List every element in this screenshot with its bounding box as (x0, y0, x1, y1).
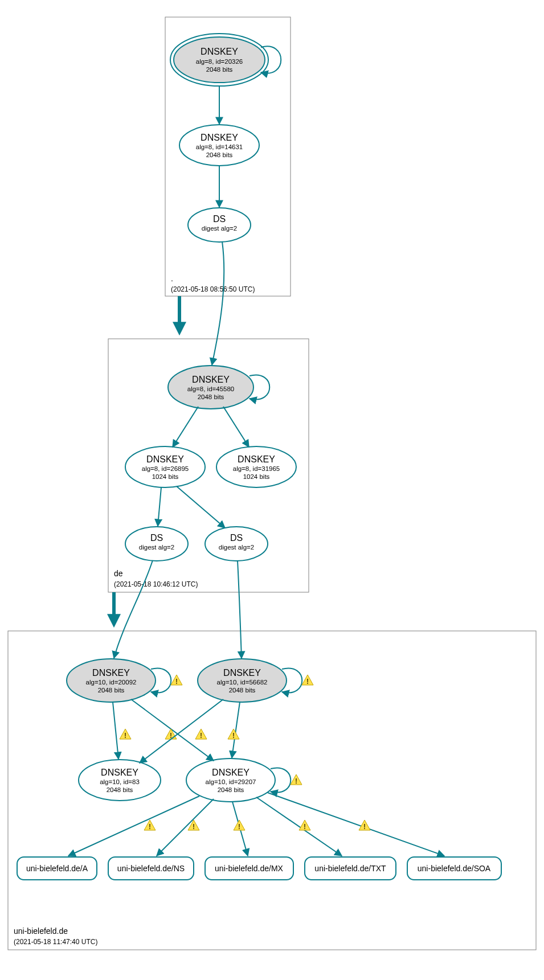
svg-text:DNSKEY: DNSKEY (192, 375, 230, 384)
svg-text:2048 bits: 2048 bits (206, 151, 233, 158)
svg-text:1024 bits: 1024 bits (152, 473, 179, 480)
svg-text:DNSKEY: DNSKEY (201, 47, 238, 56)
svg-text:uni-bielefeld.de/A: uni-bielefeld.de/A (26, 864, 88, 873)
node-de-zsk1: DNSKEY alg=8, id=26895 1024 bits (125, 446, 205, 487)
rr-txt: uni-bielefeld.de/TXT (305, 857, 396, 880)
dnssec-diagram: ! . (2021-05-18 08:56:50 UTC) DNSKEY alg… (0, 0, 544, 980)
warn-icon (195, 729, 207, 740)
node-ub-ksk1: DNSKEY alg=10, id=20092 2048 bits (67, 659, 156, 702)
svg-text:alg=8, id=14631: alg=8, id=14631 (196, 143, 243, 150)
svg-text:uni-bielefeld.de/MX: uni-bielefeld.de/MX (215, 864, 284, 873)
node-ub-zsk2: DNSKEY alg=10, id=29207 2048 bits (186, 758, 275, 802)
edge-zsk2-a (68, 796, 199, 856)
svg-text:2048 bits: 2048 bits (98, 687, 125, 694)
node-de-ds2: DS digest alg=2 (205, 527, 268, 561)
warn-icon (171, 675, 182, 686)
svg-text:alg=8, id=26895: alg=8, id=26895 (142, 465, 189, 472)
svg-text:digest alg=2: digest alg=2 (202, 225, 237, 232)
svg-text:alg=8, id=20326: alg=8, id=20326 (196, 58, 243, 65)
svg-text:alg=8, id=45580: alg=8, id=45580 (187, 386, 235, 392)
node-ub-ksk2: DNSKEY alg=10, id=56682 2048 bits (198, 659, 287, 702)
svg-text:1024 bits: 1024 bits (243, 473, 270, 480)
warn-icon (291, 774, 302, 785)
svg-text:2048 bits: 2048 bits (218, 786, 244, 793)
svg-text:DNSKEY: DNSKEY (223, 668, 261, 678)
edge-zsk2-soa (268, 793, 444, 856)
svg-text:digest alg=2: digest alg=2 (219, 544, 254, 551)
zone-de-name: de (114, 569, 123, 578)
svg-text:DNSKEY: DNSKEY (212, 768, 249, 777)
edge-ubksk1-zsk1 (113, 702, 118, 759)
svg-text:DNSKEY: DNSKEY (146, 454, 184, 464)
warn-icon (228, 729, 239, 740)
rr-a: uni-bielefeld.de/A (17, 857, 97, 880)
zone-de-ts: (2021-05-18 10:46:12 UTC) (114, 580, 198, 588)
svg-text:DNSKEY: DNSKEY (92, 668, 130, 678)
edge-deksk-zsk1 (173, 407, 198, 447)
warn-icon (234, 820, 245, 831)
svg-text:alg=8, id=31965: alg=8, id=31965 (233, 465, 280, 472)
node-de-ksk: DNSKEY alg=8, id=45580 2048 bits (168, 366, 253, 409)
warn-icon (165, 729, 177, 740)
svg-text:alg=10, id=29207: alg=10, id=29207 (206, 778, 256, 785)
edge-deksk-zsk2 (223, 407, 249, 447)
node-root-zsk: DNSKEY alg=8, id=14631 2048 bits (179, 125, 259, 166)
node-ub-zsk1: DNSKEY alg=10, id=83 2048 bits (79, 760, 161, 801)
zone-root-name: . (171, 274, 173, 283)
svg-text:DS: DS (213, 214, 226, 224)
svg-text:2048 bits: 2048 bits (229, 687, 256, 694)
svg-text:uni-bielefeld.de/NS: uni-bielefeld.de/NS (117, 864, 185, 873)
svg-text:DS: DS (230, 533, 243, 543)
svg-text:DS: DS (150, 533, 163, 543)
edge-ubksk2-zsk1 (140, 699, 223, 763)
node-root-ds: DS digest alg=2 (188, 208, 251, 242)
svg-text:alg=10, id=56682: alg=10, id=56682 (217, 679, 268, 686)
node-de-ds1: DS digest alg=2 (125, 527, 188, 561)
svg-text:2048 bits: 2048 bits (206, 66, 233, 73)
rr-soa: uni-bielefeld.de/SOA (407, 857, 501, 880)
rr-mx: uni-bielefeld.de/MX (205, 857, 293, 880)
edge-zsk2-ns (157, 799, 214, 856)
node-de-zsk2: DNSKEY alg=8, id=31965 1024 bits (216, 446, 296, 487)
node-root-ksk: DNSKEY alg=8, id=20326 2048 bits (170, 34, 268, 86)
rr-ns: uni-bielefeld.de/NS (108, 857, 194, 880)
warn-icon (302, 675, 313, 686)
svg-text:2048 bits: 2048 bits (107, 786, 133, 793)
zone-de: de (2021-05-18 10:46:12 UTC) DNSKEY alg=… (108, 241, 309, 592)
svg-text:2048 bits: 2048 bits (198, 393, 224, 400)
svg-text:uni-bielefeld.de/SOA: uni-bielefeld.de/SOA (418, 864, 491, 873)
zone-ub: uni-bielefeld.de (2021-05-18 11:47:40 UT… (8, 560, 536, 950)
zone-ub-ts: (2021-05-18 11:47:40 UTC) (14, 938, 97, 946)
svg-text:uni-bielefeld.de/TXT: uni-bielefeld.de/TXT (314, 864, 386, 873)
warn-icon (120, 729, 131, 740)
zone-root-ts: (2021-05-18 08:56:50 UTC) (171, 285, 255, 293)
edge-dezsk1-ds1 (158, 487, 161, 526)
svg-text:DNSKEY: DNSKEY (238, 454, 275, 464)
svg-text:alg=10, id=20092: alg=10, id=20092 (86, 679, 137, 686)
svg-text:DNSKEY: DNSKEY (201, 133, 238, 142)
edge-zsk2-txt (256, 797, 342, 856)
warn-icon (144, 820, 156, 831)
svg-text:alg=10, id=83: alg=10, id=83 (100, 778, 140, 785)
svg-text:digest alg=2: digest alg=2 (139, 544, 174, 551)
edge-dezsk1-ds2 (177, 486, 225, 528)
svg-text:DNSKEY: DNSKEY (101, 768, 138, 777)
zone-root: . (2021-05-18 08:56:50 UTC) DNSKEY alg=8… (165, 17, 291, 296)
edge-deds2-ubksk2 (238, 561, 242, 658)
warn-icon (299, 820, 310, 831)
zone-ub-name: uni-bielefeld.de (14, 926, 68, 936)
warn-icon (188, 820, 199, 831)
edge-rootds-deksk (212, 241, 224, 365)
